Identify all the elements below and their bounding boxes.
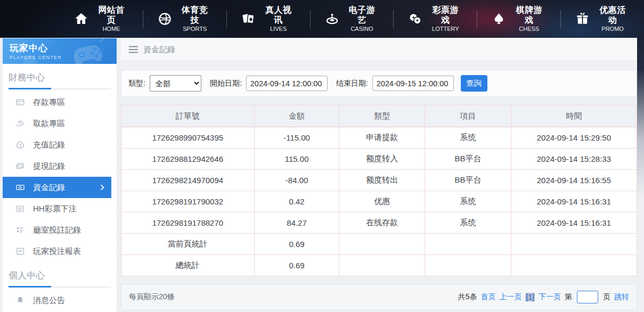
column-header-time: 時間 xyxy=(511,105,637,127)
sidebar-item-funds-record[interactable]: 資金記錄 xyxy=(3,177,111,198)
cell-order-no: 1726298191790032 xyxy=(121,191,255,212)
cell-order-no: 1726298214970094 xyxy=(121,170,255,191)
cell-order-no: 1726298191788270 xyxy=(121,212,255,234)
funds-record-table: 訂單號 金額 類型 項目 時間 1726298990754395 -115.00… xyxy=(121,105,637,276)
nav-label-en: LOTTERY xyxy=(428,26,462,32)
current-page-indicator: [1] xyxy=(525,293,535,301)
sidebar-item-deposit-zone[interactable]: 存款專區 xyxy=(3,92,117,113)
first-page-link[interactable]: 首页 xyxy=(480,292,495,302)
nav-label-zh: 真人视讯 xyxy=(262,5,296,25)
sidebar-item-label: 充值記錄 xyxy=(33,140,65,150)
section-divider xyxy=(9,88,111,89)
nav-label-en: CHESS xyxy=(512,26,546,32)
sports-ball-icon xyxy=(158,12,172,26)
gamepad-icon xyxy=(69,38,116,64)
cell-summary-label: 總統計 xyxy=(121,255,255,276)
cell-empty xyxy=(511,255,637,276)
nav-label-zh: 优惠活动 xyxy=(596,5,630,25)
hand-money-icon xyxy=(15,119,25,128)
cell-type: 在线存款 xyxy=(339,212,425,234)
section-finance-center: 財務中心 xyxy=(9,71,117,84)
section-divider xyxy=(9,286,111,288)
sidebar-item-recharge-record[interactable]: 充值記錄 xyxy=(3,134,117,155)
prev-page-link[interactable]: 上一页 xyxy=(499,292,521,302)
table-row: 1726298812942646 115.00 额度转入 BB平台 2024-0… xyxy=(121,149,637,170)
type-label: 類型: xyxy=(128,79,145,88)
sidebar-item-hh-lottery-bets[interactable]: HH彩票下注 xyxy=(3,198,117,219)
cell-project: 系统 xyxy=(425,127,511,149)
nav-item-promo[interactable]: 优惠活动 PROMO xyxy=(560,10,644,28)
cell-project: 系统 xyxy=(425,212,511,234)
cell-empty xyxy=(425,234,511,255)
breadcrumb: 資金記錄 xyxy=(121,38,637,61)
cell-amount: -115.00 xyxy=(254,127,339,149)
nav-item-casino[interactable]: 电子游艺 CASINO xyxy=(310,10,394,28)
spade-icon xyxy=(492,12,506,26)
nav-label-zh: 电子游艺 xyxy=(345,5,379,25)
filter-bar: 類型: 全部 開始日期: 结束日期: 查詢 xyxy=(121,70,637,97)
nav-label-en: PROMO xyxy=(596,26,630,32)
cell-empty xyxy=(339,234,425,255)
end-date-input[interactable] xyxy=(372,76,454,91)
cell-order-no: 1726298990754395 xyxy=(121,127,255,149)
jump-link[interactable]: 跳转 xyxy=(614,292,629,302)
table-row: 1726298191790032 0.42 优惠 系统 2024-09-14 1… xyxy=(121,191,637,212)
roulette-icon xyxy=(325,12,339,26)
nav-label-en: SPORTS xyxy=(178,26,212,32)
cards-icon xyxy=(241,12,256,26)
jump-label-pre: 第 xyxy=(565,292,572,302)
search-button[interactable]: 查詢 xyxy=(461,75,487,92)
sidebar-item-label: 取款專區 xyxy=(33,119,65,129)
cell-summary-label: 當前頁統計 xyxy=(121,234,255,255)
table-summary-row-current-page: 當前頁統計 0.69 xyxy=(121,234,637,255)
next-page-link[interactable]: 下一页 xyxy=(539,292,561,302)
nav-item-chess[interactable]: 棋牌游戏 CHESS xyxy=(477,10,560,28)
main-content: 資金記錄 類型: 全部 開始日期: 结束日期: 查詢 訂單號 金額 類型 項目 … xyxy=(121,38,637,310)
cell-project: BB平台 xyxy=(425,149,511,170)
sidebar-item-label: HH彩票下注 xyxy=(33,204,77,214)
hamburger-menu-icon[interactable] xyxy=(129,46,138,53)
deposit-card-icon xyxy=(15,97,25,107)
column-header-type: 類型 xyxy=(339,105,425,127)
nav-item-lives[interactable]: 真人视讯 LIVES xyxy=(226,10,310,28)
nav-item-home[interactable]: 网站首页 HOME xyxy=(60,10,143,28)
sidebar-item-label: 玩家投注報表 xyxy=(33,247,81,257)
type-select[interactable]: 全部 xyxy=(150,75,201,92)
list-checklist-icon xyxy=(15,225,25,235)
nav-item-lottery[interactable]: 彩票游戏 LOTTERY xyxy=(393,10,477,28)
sidebar-header: 玩家中心 PLAYERS CENTER xyxy=(3,38,117,64)
column-header-order-no: 訂單號 xyxy=(121,105,255,127)
table-summary-row-total: 總統計 0.69 xyxy=(121,255,637,276)
nav-label-zh: 棋牌游戏 xyxy=(512,5,546,25)
table-header-row: 訂單號 金額 類型 項目 時間 xyxy=(121,105,637,127)
cell-time: 2024-09-14 15:28:33 xyxy=(511,149,637,170)
nav-label-en: LIVES xyxy=(262,26,296,32)
top-navigation: 网站首页 HOME 体育竞技 SPORTS 真人视讯 LIVES 电子游艺 CA… xyxy=(0,0,644,38)
cell-amount: 0.42 xyxy=(254,191,339,212)
sidebar-item-label: 提現記錄 xyxy=(33,161,65,171)
nav-item-sports[interactable]: 体育竞技 SPORTS xyxy=(143,10,226,28)
page-jump-input[interactable] xyxy=(577,291,598,303)
sidebar-item-message-notice[interactable]: 消息公告 xyxy=(3,290,117,311)
page-title: 資金記錄 xyxy=(143,45,175,55)
cell-time: 2024-09-14 15:29:50 xyxy=(511,127,637,149)
nav-label-zh: 网站首页 xyxy=(94,5,128,25)
section-personal-center: 個人中心 xyxy=(9,269,117,282)
sidebar-item-label: 消息公告 xyxy=(33,295,65,306)
cell-type: 优惠 xyxy=(339,191,425,212)
money-bag-icon xyxy=(15,140,25,150)
column-header-project: 項目 xyxy=(425,105,511,127)
player-center-sidebar: 玩家中心 PLAYERS CENTER 財務中心 存款專區 取款專區 充值記錄 … xyxy=(3,38,117,312)
cell-empty xyxy=(339,255,425,276)
sidebar-item-player-bet-report[interactable]: 玩家投注報表 xyxy=(3,241,117,262)
sidebar-item-withdrawal-record[interactable]: 提現記錄 xyxy=(3,155,117,177)
nav-label-en: CASINO xyxy=(345,26,379,32)
sidebar-item-withdraw-zone[interactable]: 取款專區 xyxy=(3,113,117,134)
cell-summary-amount: 0.69 xyxy=(254,234,339,255)
nav-label-zh: 体育竞技 xyxy=(178,5,212,25)
sidebar-item-label: 資金記錄 xyxy=(33,183,65,193)
table-row: 1726298990754395 -115.00 申请提款 系统 2024-09… xyxy=(121,127,637,149)
sidebar-item-room-bet-record[interactable]: 廳室投註記錄 xyxy=(3,219,117,241)
start-date-input[interactable] xyxy=(246,76,328,91)
column-header-amount: 金額 xyxy=(254,105,339,127)
